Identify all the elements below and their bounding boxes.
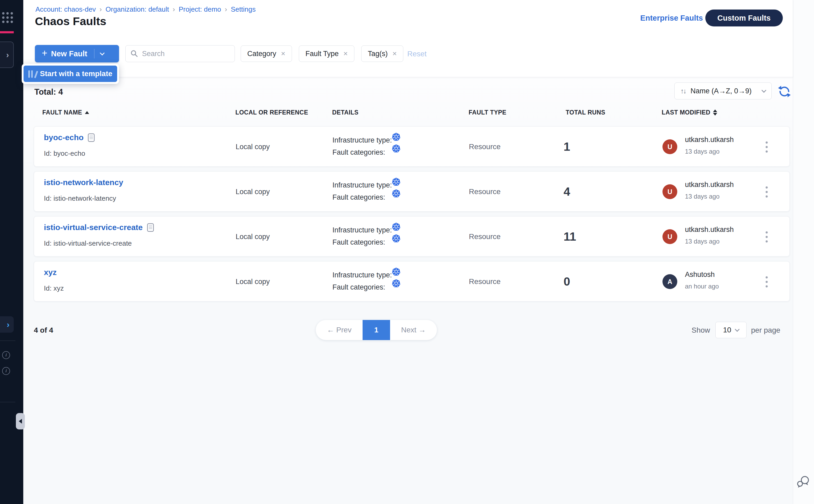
breadcrumb-project[interactable]: Project: demo xyxy=(179,5,221,13)
close-icon[interactable]: × xyxy=(392,49,397,58)
row-menu-kebab-icon[interactable] xyxy=(765,140,769,154)
prev-page-button[interactable]: ← Prev xyxy=(316,320,363,340)
chevron-down-icon xyxy=(100,51,104,55)
description-icon[interactable] xyxy=(88,133,95,142)
kubernetes-icon xyxy=(392,234,401,243)
fault-type-value: Resource xyxy=(469,217,501,257)
filter-chip-fault-type[interactable]: Fault Type × xyxy=(299,45,354,62)
details-icons xyxy=(392,177,401,198)
enterprise-faults-link[interactable]: Enterprise Faults xyxy=(640,14,703,22)
table-row: istio-virtual-service-create Id: istio-v… xyxy=(34,216,790,256)
close-icon[interactable]: × xyxy=(281,49,285,58)
sidenav-expand-button[interactable]: › xyxy=(0,42,14,68)
column-header-total-runs: TOTAL RUNS xyxy=(566,109,605,116)
main-content: Account: chaos-dev › Organization: defau… xyxy=(23,0,793,504)
filter-chip-category[interactable]: Category × xyxy=(241,45,292,62)
sidenav-bottom-expand-button[interactable]: › xyxy=(0,316,14,333)
page-title: Chaos Faults xyxy=(35,15,106,28)
breadcrumb-separator: › xyxy=(173,5,175,13)
filter-chip-tags[interactable]: Tag(s) × xyxy=(361,45,403,62)
breadcrumb-separator: › xyxy=(225,5,227,13)
search-field[interactable] xyxy=(125,45,235,62)
row-menu-kebab-icon[interactable] xyxy=(765,230,769,244)
kubernetes-icon xyxy=(392,222,401,231)
column-header-fault-type: FAULT TYPE xyxy=(469,109,506,116)
kubernetes-icon xyxy=(392,144,401,153)
chat-support-icon[interactable] xyxy=(796,474,811,490)
column-header-fault-name[interactable]: FAULT NAME xyxy=(42,109,89,116)
row-menu-kebab-icon[interactable] xyxy=(765,185,769,199)
details-icons xyxy=(392,267,401,288)
nav-active-accent xyxy=(0,31,14,33)
plus-icon: + xyxy=(42,48,47,59)
refresh-button[interactable] xyxy=(778,85,791,99)
kubernetes-icon xyxy=(392,267,401,276)
sort-arrows-icon: ↑↓ xyxy=(680,87,686,95)
search-input[interactable] xyxy=(142,50,221,58)
avatar: U xyxy=(662,229,677,244)
details-icons xyxy=(392,132,401,153)
custom-faults-button[interactable]: Custom Faults xyxy=(705,10,783,26)
fault-id: Id: istio-network-latency xyxy=(44,194,116,203)
info-icon[interactable]: i xyxy=(2,367,10,375)
fault-name-link[interactable]: xyz xyxy=(44,268,57,277)
search-icon xyxy=(130,50,138,58)
breadcrumb: Account: chaos-dev › Organization: defau… xyxy=(35,5,256,13)
total-runs-value: 0 xyxy=(564,262,570,302)
table-row: byoc-echo Id: byoc-echo Local copy Infra… xyxy=(34,126,790,167)
app-launcher-icon[interactable] xyxy=(2,12,13,23)
local-or-reference-value: Local copy xyxy=(236,127,270,167)
modified-time: 13 days ago xyxy=(685,238,720,245)
avatar: A xyxy=(662,274,677,289)
breadcrumb-separator: › xyxy=(99,5,102,13)
close-icon[interactable]: × xyxy=(344,49,348,58)
breadcrumb-organization[interactable]: Organization: default xyxy=(106,5,169,13)
description-icon[interactable] xyxy=(147,223,154,232)
details-labels: Infrastructure type: Fault categories: xyxy=(332,134,392,158)
show-label: Show xyxy=(692,326,710,335)
details-labels: Infrastructure type: Fault categories: xyxy=(332,269,392,293)
kubernetes-icon xyxy=(392,177,401,186)
per-page-label: per page xyxy=(751,326,780,335)
pagination-count: 4 of 4 xyxy=(34,326,53,335)
total-runs-value: 4 xyxy=(564,172,570,212)
pagination-control: ← Prev 1 Next → xyxy=(316,320,437,340)
fault-type-value: Resource xyxy=(469,262,501,302)
sort-both-icon xyxy=(713,109,717,116)
sidebar-collapse-handle[interactable] xyxy=(16,413,25,429)
fault-type-value: Resource xyxy=(469,172,501,212)
fault-id: Id: xyz xyxy=(44,284,64,292)
chevron-down-icon xyxy=(761,88,766,93)
fault-type-value: Resource xyxy=(469,127,501,167)
reset-filters-link[interactable]: Reset xyxy=(407,50,427,58)
kubernetes-icon xyxy=(392,189,401,198)
table-row: istio-network-latency Id: istio-network-… xyxy=(34,171,790,212)
modified-by-user: Ashutosh xyxy=(685,271,715,279)
menu-item-start-with-template[interactable]: Start with a template xyxy=(24,66,117,82)
new-fault-dropdown-toggle[interactable] xyxy=(94,53,110,55)
modified-by-user: utkarsh.utkarsh xyxy=(685,136,734,144)
total-count-label: Total: 4 xyxy=(34,87,63,97)
local-or-reference-value: Local copy xyxy=(236,172,270,212)
row-menu-kebab-icon[interactable] xyxy=(765,275,769,288)
fault-name-link[interactable]: istio-virtual-service-create xyxy=(44,223,143,232)
avatar: U xyxy=(662,184,677,199)
modified-time: 13 days ago xyxy=(685,193,720,200)
chevron-right-icon: › xyxy=(6,51,9,59)
page-size-select[interactable]: 10 xyxy=(715,322,747,338)
breadcrumb-settings[interactable]: Settings xyxy=(231,5,256,13)
filter-chips: Category × Fault Type × Tag(s) × xyxy=(241,45,403,62)
kubernetes-icon xyxy=(392,132,401,141)
kubernetes-icon xyxy=(392,279,401,288)
sort-select[interactable]: ↑↓ Name (A→Z, 0→9) xyxy=(674,83,772,99)
fault-name-link[interactable]: istio-network-latency xyxy=(44,178,123,187)
sort-selected-value: Name (A→Z, 0→9) xyxy=(690,87,762,95)
fault-name-link[interactable]: byoc-echo xyxy=(44,133,84,142)
table-row: xyz Id: xyz Local copy Infrastructure ty… xyxy=(34,261,790,301)
column-header-last-modified[interactable]: LAST MODIFIED xyxy=(662,109,717,116)
next-page-button[interactable]: Next → xyxy=(390,320,437,340)
new-fault-button[interactable]: + New Fault xyxy=(35,45,119,62)
info-icon[interactable]: i xyxy=(2,351,10,359)
current-page-button[interactable]: 1 xyxy=(363,320,390,340)
breadcrumb-account[interactable]: Account: chaos-dev xyxy=(35,5,96,13)
